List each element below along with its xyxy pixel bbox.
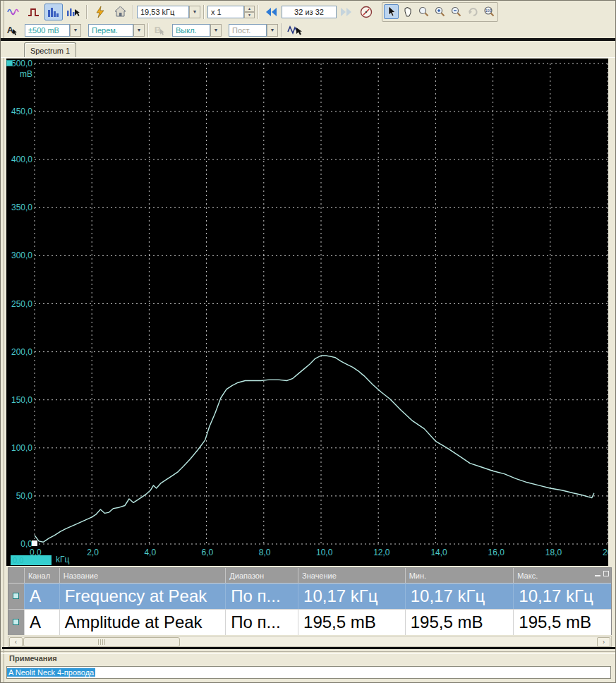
svg-text:100,0: 100,0 <box>11 443 32 453</box>
svg-text:6,0: 6,0 <box>202 548 214 557</box>
tab-strip: Spectrum 1 <box>1 41 616 58</box>
zoom-tool-group: 100 <box>382 2 498 22</box>
x-axis-unit-label: kГц <box>56 555 69 564</box>
normal-cursor-icon[interactable] <box>384 4 399 19</box>
svg-text:500,0: 500,0 <box>11 59 32 68</box>
spectrum-options-icon[interactable] <box>64 4 83 20</box>
y-axis-handle[interactable] <box>6 60 13 66</box>
header-channel[interactable]: Канал <box>24 568 59 583</box>
zoom-100-icon[interactable]: 100 <box>481 4 496 19</box>
scope-view-icon[interactable] <box>5 4 23 20</box>
app-window: 19,53 kГц ▼ x 1 ▲▼ 32 из 32 <box>0 0 616 683</box>
header-name[interactable]: Название <box>59 568 225 583</box>
header-range[interactable]: Диапазон <box>225 568 298 583</box>
scroll-left-button[interactable]: ‹ <box>9 637 23 647</box>
table-row[interactable]: A Amplitude at Peak По п... 195,5 mB 195… <box>8 609 611 635</box>
spectrum-plot-canvas[interactable]: 0,02,04,06,08,010,012,014,016,018,0200,0… <box>6 59 608 566</box>
expand-icon[interactable] <box>603 571 609 576</box>
svg-text:mB: mB <box>20 69 32 79</box>
sample-rate-dropdown-button[interactable]: ▼ <box>189 6 200 18</box>
table-horizontal-scrollbar[interactable]: ‹ › <box>8 636 612 647</box>
multiplier-spinner[interactable]: ▲▼ <box>244 6 255 18</box>
notes-input[interactable]: A Neolit Neck 4-провода <box>6 666 611 679</box>
svg-text:350,0: 350,0 <box>11 203 32 212</box>
svg-text:400,0: 400,0 <box>11 155 32 164</box>
toolbar-separator <box>147 23 149 37</box>
svg-text:8,0: 8,0 <box>259 548 271 557</box>
svg-text:2,0: 2,0 <box>87 548 99 557</box>
notes-label: Примечания <box>9 654 57 663</box>
origin-handle[interactable] <box>32 540 37 546</box>
next-buffer-icon[interactable] <box>337 4 356 20</box>
svg-text:50,0: 50,0 <box>16 491 33 501</box>
square-wave-view-icon[interactable] <box>25 4 43 20</box>
svg-text:0,0: 0,0 <box>20 539 32 549</box>
spectrum-plot[interactable]: 0,02,04,06,08,010,012,014,016,018,0200,0… <box>6 58 608 566</box>
main-toolbar: 19,53 kГц ▼ x 1 ▲▼ 32 из 32 <box>4 1 615 23</box>
svg-text:450,0: 450,0 <box>11 107 32 116</box>
svg-text:4,0: 4,0 <box>144 548 156 557</box>
channel-b-options-icon[interactable]: B <box>152 23 167 37</box>
collapse-icon[interactable] <box>595 571 600 576</box>
svg-text:18,0: 18,0 <box>545 548 562 557</box>
svg-text:250,0: 250,0 <box>11 299 32 309</box>
svg-text:12,0: 12,0 <box>373 548 390 557</box>
table-row[interactable]: A Frequency at Peak По п... 10,17 kГц 10… <box>8 583 611 609</box>
marquee-zoom-icon[interactable] <box>416 4 431 19</box>
notes-selected-text: A Neolit Neck 4-провода <box>7 668 95 677</box>
row-color-swatch[interactable] <box>13 593 19 599</box>
header-value[interactable]: Значение <box>298 568 405 583</box>
channel-a-range-field[interactable]: ±500 mB <box>25 24 70 37</box>
toolbar-separator <box>133 5 134 19</box>
header-min[interactable]: Мин. <box>405 568 514 583</box>
home-icon[interactable] <box>111 4 129 20</box>
sample-rate-field[interactable]: 19,53 kГц <box>137 6 189 18</box>
undo-zoom-icon[interactable] <box>465 4 480 19</box>
multiplier-field[interactable]: x 1 <box>207 6 244 18</box>
measurements-header: Канал Название Диапазон Значение Мин. Ма… <box>8 568 611 583</box>
channel-b-mode-field[interactable]: Выкл. <box>172 24 210 37</box>
channel-a-range-dropdown-button[interactable]: ▼ <box>70 24 81 37</box>
zoom-out-icon[interactable] <box>449 4 464 19</box>
svg-text:14,0: 14,0 <box>430 548 447 557</box>
waveform-cursor-icon[interactable] <box>286 22 304 39</box>
measurements-table: Канал Название Диапазон Значение Мин. Ма… <box>8 567 612 635</box>
buffer-position-field[interactable]: 32 из 32 <box>282 6 337 18</box>
toolbar-separator <box>86 5 87 19</box>
header-max[interactable]: Макс. <box>513 568 611 583</box>
previous-buffer-icon[interactable] <box>262 4 281 20</box>
channel-b-mode-dropdown-button[interactable]: ▼ <box>210 24 222 37</box>
svg-text:100: 100 <box>485 8 491 13</box>
channel-a-coupling-dropdown-button[interactable]: ▼ <box>133 24 145 37</box>
channel-b-coupling-dropdown-button[interactable]: ▼ <box>267 24 278 37</box>
window-frame-edge <box>4 1 4 683</box>
channel-a-options-icon[interactable]: A <box>5 23 20 37</box>
tab-spectrum-1[interactable]: Spectrum 1 <box>24 42 76 59</box>
notes-divider <box>1 651 616 654</box>
buffer-navigator-icon[interactable] <box>357 4 375 20</box>
channel-b-coupling-field[interactable]: Пост. <box>229 24 267 37</box>
svg-text:16,0: 16,0 <box>488 548 505 557</box>
svg-text:150,0: 150,0 <box>11 395 32 405</box>
scrollbar-thumb[interactable] <box>23 637 180 647</box>
svg-text:300,0: 300,0 <box>11 250 32 260</box>
scroll-right-button[interactable]: › <box>597 637 610 647</box>
channel-toolbar: A ±500 mB ▼ Перем. ▼ B Выкл. ▼ Пост. ▼ <box>4 22 615 38</box>
table-corner-icons <box>595 571 609 576</box>
x-axis-offset-selected[interactable]: 0,0 <box>11 555 52 565</box>
toolbar-separator <box>281 23 282 37</box>
content-bottom-edge <box>2 647 615 649</box>
channel-a-coupling-field[interactable]: Перем. <box>88 24 133 37</box>
header-gutter <box>8 568 24 583</box>
toolbar-separator <box>258 5 259 19</box>
zoom-in-icon[interactable] <box>433 4 447 19</box>
row-color-swatch[interactable] <box>13 619 19 625</box>
toolbar-separator <box>203 5 205 19</box>
spectrum-view-icon[interactable] <box>44 4 63 20</box>
svg-text:10,0: 10,0 <box>316 548 333 557</box>
svg-text:20: 20 <box>603 548 608 557</box>
scrollbar-grip <box>98 639 105 645</box>
trigger-icon[interactable] <box>91 4 109 20</box>
svg-text:200,0: 200,0 <box>11 347 32 357</box>
hand-pan-icon[interactable] <box>400 4 415 19</box>
